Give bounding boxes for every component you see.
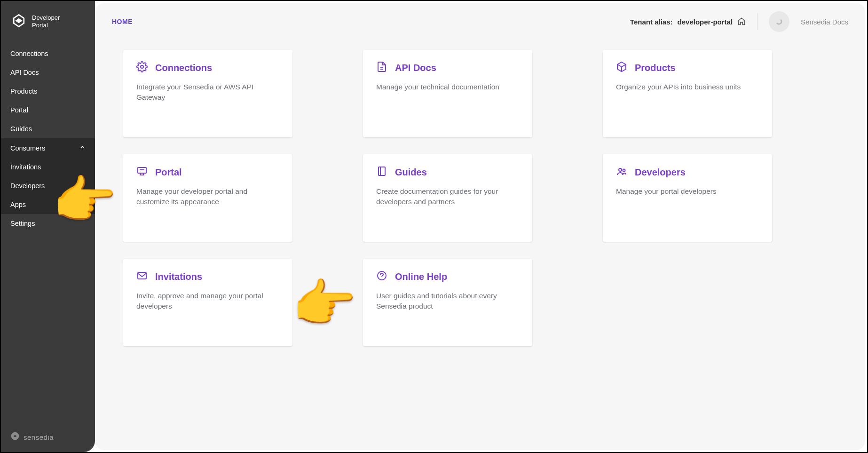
svg-point-1	[774, 16, 784, 27]
main-content: HOME Tenant alias: developer-portal Sens…	[95, 3, 865, 450]
card-desc: Manage your portal developers	[616, 186, 759, 197]
svg-rect-7	[138, 272, 146, 279]
avatar[interactable]	[769, 11, 789, 32]
card-desc: User guides and tutorials about every Se…	[376, 291, 519, 312]
chevron-up-icon	[79, 144, 86, 152]
file-icon	[376, 61, 387, 74]
sidebar-item-developers[interactable]: Developers	[1, 176, 95, 195]
card-api-docs[interactable]: API Docs Manage your technical documenta…	[363, 50, 532, 137]
book-icon	[376, 166, 387, 179]
sidebar-item-portal[interactable]: Portal	[1, 101, 95, 119]
brand-name: sensedia	[24, 433, 54, 441]
svg-rect-4	[379, 167, 385, 175]
logo-icon	[10, 12, 27, 31]
card-online-help[interactable]: Online Help User guides and tutorials ab…	[363, 259, 532, 346]
card-desc: Invite, approve and manage your portal d…	[136, 291, 279, 312]
group-icon	[616, 166, 627, 179]
sidebar-item-api-docs[interactable]: API Docs	[1, 63, 95, 82]
svg-point-5	[619, 168, 622, 171]
sidebar-item-connections[interactable]: Connections	[1, 44, 95, 63]
svg-point-2	[141, 65, 143, 68]
card-desc: Integrate your Sensedia or AWS API Gatew…	[136, 82, 279, 103]
topbar: HOME Tenant alias: developer-portal Sens…	[95, 3, 865, 40]
card-desc: Manage your developer portal and customi…	[136, 186, 279, 207]
sidebar-item-invitations[interactable]: Invitations	[1, 158, 95, 176]
tenant-label: Tenant alias:	[630, 18, 673, 26]
dashboard-grid: Connections Integrate your Sensedia or A…	[95, 40, 865, 356]
card-invitations[interactable]: Invitations Invite, approve and manage y…	[123, 259, 292, 346]
card-title: Connections	[155, 63, 212, 73]
breadcrumb[interactable]: HOME	[112, 18, 133, 25]
sidebar-item-guides[interactable]: Guides	[1, 119, 95, 138]
card-title: Developers	[635, 167, 686, 178]
sidebar-item-products[interactable]: Products	[1, 82, 95, 101]
brand-icon	[10, 431, 20, 443]
card-connections[interactable]: Connections Integrate your Sensedia or A…	[123, 50, 292, 137]
sidebar-item-settings[interactable]: Settings	[1, 214, 95, 233]
card-title: Invitations	[155, 271, 202, 282]
card-desc: Organize your APIs into business units	[616, 82, 759, 92]
monitor-icon	[136, 166, 148, 179]
cube-icon	[616, 61, 627, 74]
gear-icon	[136, 61, 148, 74]
sidebar-submenu-consumers: Invitations Developers Apps	[1, 158, 95, 214]
app-logo[interactable]: Developer Portal	[1, 1, 95, 44]
tenant-alias: developer-portal	[678, 18, 733, 26]
help-icon	[376, 270, 387, 283]
mail-icon	[136, 270, 148, 283]
card-title: API Docs	[395, 63, 436, 73]
card-guides[interactable]: Guides Create documentation guides for y…	[363, 154, 532, 242]
divider	[757, 13, 758, 30]
card-desc: Manage your technical documentation	[376, 82, 519, 92]
card-title: Guides	[395, 167, 427, 178]
sidebar: Developer Portal Connections API Docs Pr…	[1, 1, 95, 452]
card-title: Online Help	[395, 271, 447, 282]
card-developers[interactable]: Developers Manage your portal developers	[603, 154, 772, 242]
sidebar-item-apps[interactable]: Apps	[1, 195, 95, 214]
card-title: Products	[635, 63, 676, 73]
tenant-info: Tenant alias: developer-portal	[630, 17, 746, 27]
card-title: Portal	[155, 167, 182, 178]
docs-link[interactable]: Sensedia Docs	[801, 18, 848, 26]
sidebar-footer: sensedia	[1, 422, 95, 452]
card-products[interactable]: Products Organize your APIs into busines…	[603, 50, 772, 137]
card-desc: Create documentation guides for your dev…	[376, 186, 519, 207]
sidebar-nav: Connections API Docs Products Portal Gui…	[1, 44, 95, 233]
app-name: Developer Portal	[32, 14, 60, 29]
sidebar-item-consumers[interactable]: Consumers	[1, 138, 95, 158]
home-icon[interactable]	[737, 17, 746, 27]
svg-point-6	[623, 169, 625, 172]
card-portal[interactable]: Portal Manage your developer portal and …	[123, 154, 292, 242]
